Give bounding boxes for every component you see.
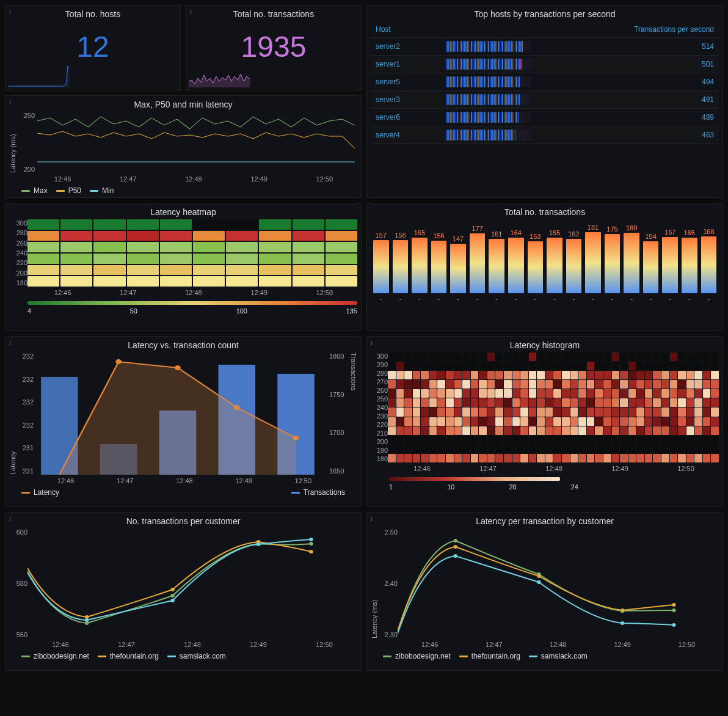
info-icon[interactable]: i — [371, 515, 373, 522]
total-hosts-panel[interactable]: i Total no. hosts 12 — [5, 5, 181, 90]
svg-point-27 — [537, 574, 541, 578]
svg-point-29 — [672, 603, 675, 607]
svg-point-8 — [234, 405, 240, 410]
legend-item[interactable]: Max — [21, 186, 48, 195]
table-row[interactable]: server4463 — [371, 126, 719, 144]
color-scale-labels: 1102024 — [389, 483, 578, 491]
svg-point-26 — [454, 545, 457, 549]
y-axis-label-right: Transactions — [350, 353, 357, 475]
legend-item[interactable]: samslack.com — [167, 652, 226, 660]
transaction-bars: 157-158-165-156-147-177-161-164-153-165-… — [371, 229, 719, 302]
legend: zibobodesign.netthefountain.orgsamslack.… — [371, 652, 719, 660]
info-icon[interactable]: i — [9, 515, 11, 522]
color-scale — [27, 301, 357, 305]
x-ticks: 12:4612:4712:4812:4912:50 — [9, 477, 357, 484]
svg-point-19 — [170, 599, 174, 602]
panel-title: Top hosts by transactions per second — [371, 9, 719, 19]
legend-item[interactable]: Min — [90, 186, 114, 195]
top-hosts-table: Host Transactions per second server2514s… — [371, 21, 719, 144]
x-ticks: 12:4612:4712:4812:4912:50 — [9, 641, 357, 648]
total-hosts-value: 12 — [9, 30, 177, 64]
sparkline — [189, 63, 250, 87]
y-axis-label: Latency (ms) — [371, 528, 378, 638]
trans-per-customer-panel[interactable]: i No. transactions per customer 60058056… — [5, 512, 362, 671]
panel-title: Total no. hosts — [9, 9, 177, 19]
table-row[interactable]: server6489 — [371, 109, 719, 126]
legend-item[interactable]: P50 — [56, 186, 81, 195]
y-axis-label-left: Latency — [9, 353, 16, 475]
legend: MaxP50Min — [9, 186, 357, 195]
panel-title: Latency heatmap — [9, 207, 357, 217]
panel-title: Latency per transaction by customer — [371, 516, 719, 526]
legend-item[interactable]: Transactions — [291, 488, 345, 497]
panel-title: Total no. transactions — [190, 9, 357, 19]
info-icon[interactable]: i — [9, 8, 11, 15]
latency-histogram-panel[interactable]: i Latency histogram 30029028027026025024… — [366, 336, 723, 507]
panel-title: Total no. transactions — [371, 207, 719, 217]
latency-per-customer-panel[interactable]: i Latency per transaction by customer La… — [366, 512, 723, 671]
svg-point-31 — [537, 580, 541, 584]
col-host[interactable]: Host — [371, 21, 441, 38]
color-scale — [389, 477, 560, 481]
info-icon[interactable]: i — [190, 8, 192, 15]
col-tps[interactable]: Transactions per second — [535, 21, 719, 38]
y-ticks-right: 1800175017001650 — [329, 353, 350, 475]
svg-marker-5 — [59, 362, 296, 475]
latency-per-customer-chart — [398, 528, 719, 638]
y-ticks: 250 200 — [16, 112, 35, 173]
legend-item[interactable]: thefountain.org — [98, 652, 159, 660]
svg-point-17 — [309, 550, 313, 553]
x-ticks: 12:4612:4712:4812:4912:50 — [371, 465, 719, 472]
svg-point-9 — [293, 436, 299, 440]
svg-point-22 — [454, 539, 457, 542]
svg-point-33 — [672, 623, 675, 627]
svg-point-11 — [170, 594, 174, 597]
total-transactions-value: 1935 — [190, 30, 357, 64]
latency-lines-panel[interactable]: i Max, P50 and min latency Latency (ms) … — [5, 95, 362, 198]
info-icon[interactable]: i — [9, 98, 11, 106]
svg-point-18 — [85, 618, 89, 622]
legend: zibobodesign.netthefountain.orgsamslack.… — [9, 652, 357, 660]
x-ticks: 12:4612:4712:4812:4912:50 — [371, 641, 719, 648]
total-transactions-bar-panel[interactable]: Total no. transactions 157-158-165-156-1… — [366, 203, 723, 331]
svg-point-25 — [672, 608, 675, 612]
y-ticks: 2.502.402.30 — [378, 528, 398, 638]
panel-title: No. transactions per customer — [9, 516, 357, 526]
svg-point-21 — [309, 538, 313, 541]
trans-per-customer-chart — [27, 528, 357, 638]
latency-vs-count-panel[interactable]: i Latency vs. transaction count Latency … — [5, 336, 362, 507]
y-ticks: 600580560 — [9, 528, 27, 638]
legend-item[interactable]: Latency — [21, 488, 59, 497]
y-ticks: 300280260240220200180 — [9, 219, 27, 287]
svg-point-20 — [257, 542, 260, 546]
info-icon[interactable]: i — [371, 339, 373, 346]
info-icon[interactable]: i — [9, 339, 11, 346]
color-scale-labels: 450100135 — [27, 307, 357, 315]
sparkline — [8, 63, 69, 87]
table-row[interactable]: server5494 — [371, 73, 719, 91]
svg-point-7 — [175, 365, 181, 370]
y-ticks-left: 232232232232231231 — [16, 353, 34, 475]
y-axis-label: Latency (ms) — [9, 112, 16, 173]
table-row[interactable]: server3491 — [371, 91, 719, 109]
legend-item[interactable]: samslack.com — [529, 652, 588, 660]
svg-point-32 — [621, 621, 624, 625]
legend-item[interactable]: thefountain.org — [459, 652, 520, 660]
svg-point-15 — [170, 588, 174, 591]
svg-point-30 — [454, 554, 457, 558]
top-hosts-panel[interactable]: Top hosts by transactions per second Hos… — [366, 5, 723, 198]
legend-item[interactable]: zibobodesign.net — [383, 652, 451, 660]
panel-title: Max, P50 and min latency — [9, 100, 357, 109]
svg-point-6 — [115, 359, 122, 364]
panel-title: Latency vs. transaction count — [9, 340, 357, 350]
heatmap-cells — [27, 219, 357, 287]
table-row[interactable]: server2514 — [371, 38, 719, 56]
y-ticks: 300290280270260250240230220210200190180 — [371, 353, 388, 462]
latency-vs-count-chart — [34, 353, 329, 475]
x-ticks: 12:4612:4712:4812:4912:50 — [9, 289, 357, 296]
total-transactions-stat-panel[interactable]: i Total no. transactions 1935 — [186, 5, 362, 90]
legend-item[interactable]: zibobodesign.net — [21, 652, 89, 660]
latency-heatmap-panel[interactable]: Latency heatmap 300280260240220200180 12… — [5, 203, 362, 331]
histogram-cells — [388, 353, 719, 462]
table-row[interactable]: server1501 — [371, 56, 719, 73]
